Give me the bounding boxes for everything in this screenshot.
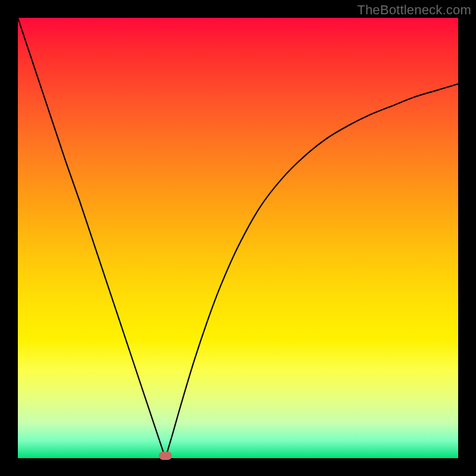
curve-svg — [18, 18, 458, 458]
plot-area — [18, 18, 458, 458]
optimal-point-marker — [159, 452, 172, 460]
chart-frame: TheBottleneck.com — [0, 0, 476, 476]
watermark-text: TheBottleneck.com — [357, 2, 471, 18]
bottleneck-curve — [18, 18, 458, 458]
